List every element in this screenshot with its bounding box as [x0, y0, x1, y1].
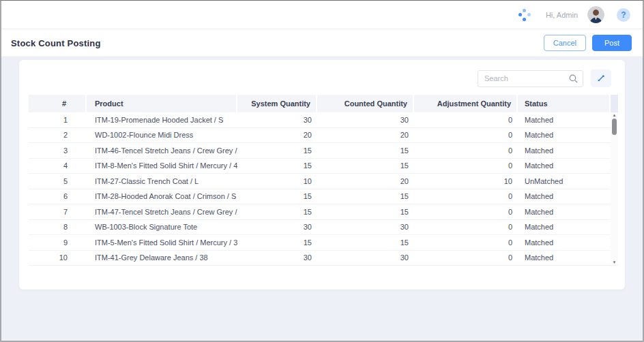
row-index-cell: 2	[29, 128, 87, 143]
status-cell: Matched	[518, 143, 611, 158]
product-cell: ITM-27-Classic Trench Coat / L	[87, 174, 237, 189]
search-icon	[569, 74, 578, 83]
status-cell: Matched	[518, 251, 611, 266]
counted-quantity-cell: 20	[317, 128, 414, 143]
row-index-cell: 3	[29, 143, 87, 158]
table-row[interactable]: 3 ITM-46-Tencel Stretch Jeans / Crew Gre…	[29, 143, 618, 159]
scroll-up-icon[interactable]: ▲	[613, 113, 617, 117]
adjustment-quantity-cell: 0	[414, 220, 518, 235]
system-quantity-cell: 30	[237, 112, 317, 127]
scroll-down-icon[interactable]: ▼	[613, 260, 617, 264]
product-cell: ITM-28-Hooded Anorak Coat / Crimson / S	[87, 189, 237, 204]
scrollbar-header-spacer	[611, 95, 618, 112]
row-index-cell: 6	[29, 189, 87, 204]
status-cell: Matched	[518, 112, 611, 127]
post-button[interactable]: Post	[592, 35, 632, 51]
status-cell: Matched	[518, 189, 611, 204]
header-actions: Cancel Post	[544, 35, 632, 51]
table-row[interactable]: 1 ITM-19-Promenade Hooded Jacket / S 30 …	[29, 112, 618, 128]
vertical-scrollbar[interactable]: ▲ ▼	[611, 112, 618, 265]
product-cell: ITM-5-Men's Fitted Solid Shirt / Mercury…	[87, 235, 237, 250]
table-row[interactable]: 8 WB-1003-Block Signature Tote 30 30 0 M…	[29, 220, 618, 236]
system-quantity-cell: 20	[237, 128, 317, 143]
apps-dots-icon[interactable]	[518, 9, 531, 21]
system-quantity-cell: 15	[237, 159, 317, 174]
row-index-cell: 4	[29, 159, 87, 174]
status-cell: Matched	[518, 128, 611, 143]
system-quantity-cell: 15	[237, 235, 317, 250]
page-title: Stock Count Posting	[11, 38, 101, 48]
system-quantity-cell: 30	[237, 251, 317, 266]
product-cell: ITM-41-Grey Delaware Jeans / 38	[87, 251, 237, 266]
row-index-cell: 7	[29, 204, 87, 219]
product-cell: ITM-47-Tencel Stretch Jeans / Crew Grey …	[87, 204, 237, 219]
status-cell: Matched	[518, 220, 611, 235]
column-header-counted-quantity[interactable]: Counted Quantity	[317, 95, 414, 112]
table-body: 1 ITM-19-Promenade Hooded Jacket / S 30 …	[29, 112, 618, 266]
page-header: Stock Count Posting Cancel Post	[1, 29, 643, 57]
table-row[interactable]: 7 ITM-47-Tencel Stretch Jeans / Crew Gre…	[29, 204, 618, 220]
counted-quantity-cell: 30	[317, 220, 414, 235]
counted-quantity-cell: 30	[317, 251, 414, 266]
row-index-cell: 10	[29, 251, 87, 266]
counted-quantity-cell: 15	[317, 143, 414, 158]
expand-icon	[596, 74, 606, 83]
product-cell: ITM-46-Tencel Stretch Jeans / Crew Grey …	[87, 143, 237, 158]
adjustment-quantity-cell: 0	[414, 204, 518, 219]
counted-quantity-cell: 20	[317, 174, 414, 189]
page-content: # Product System Quantity Counted Quanti…	[1, 57, 643, 341]
row-index-cell: 8	[29, 220, 87, 235]
table-row[interactable]: 2 WD-1002-Flounce Midi Dress 20 20 0 Mat…	[29, 128, 618, 144]
adjustment-quantity-cell: 0	[414, 128, 518, 143]
stock-count-table: # Product System Quantity Counted Quanti…	[29, 95, 618, 266]
status-cell: Matched	[518, 235, 611, 250]
adjustment-quantity-cell: 0	[414, 112, 518, 127]
card-toolbar	[19, 69, 625, 87]
column-header-adjustment-quantity[interactable]: Adjustment Quantity	[414, 95, 518, 112]
product-cell: WD-1002-Flounce Midi Dress	[87, 128, 237, 143]
product-cell: ITM-19-Promenade Hooded Jacket / S	[87, 112, 237, 127]
column-header-index[interactable]: #	[29, 95, 87, 112]
user-avatar[interactable]	[587, 6, 604, 23]
table-row[interactable]: 5 ITM-27-Classic Trench Coat / L 10 20 1…	[29, 174, 618, 189]
table-row[interactable]: 4 ITM-8-Men's Fitted Solid Shirt / Mercu…	[29, 159, 618, 174]
row-index-cell: 9	[29, 235, 87, 250]
scrollbar-thumb[interactable]	[612, 119, 617, 135]
row-index-cell: 1	[29, 112, 87, 127]
column-header-status[interactable]: Status	[518, 95, 611, 112]
counted-quantity-cell: 15	[317, 189, 414, 204]
system-quantity-cell: 15	[237, 189, 317, 204]
counted-quantity-cell: 15	[317, 204, 414, 219]
row-index-cell: 5	[29, 174, 87, 189]
avatar-image	[587, 6, 604, 23]
system-quantity-cell: 30	[237, 220, 317, 235]
table-row[interactable]: 9 ITM-5-Men's Fitted Solid Shirt / Mercu…	[29, 235, 618, 251]
help-icon[interactable]: ?	[617, 8, 630, 22]
search-box	[478, 70, 583, 87]
adjustment-quantity-cell: 0	[414, 189, 518, 204]
status-cell: UnMatched	[518, 174, 611, 189]
table-row[interactable]: 6 ITM-28-Hooded Anorak Coat / Crimson / …	[29, 189, 618, 205]
status-cell: Matched	[518, 204, 611, 219]
adjustment-quantity-cell: 10	[414, 174, 518, 189]
app-window: Hi, Admin ? Stock Count Posting Cancel P…	[0, 0, 644, 342]
column-header-product[interactable]: Product	[87, 95, 237, 112]
counted-quantity-cell: 30	[317, 112, 414, 127]
adjustment-quantity-cell: 0	[414, 251, 518, 266]
column-header-system-quantity[interactable]: System Quantity	[237, 95, 317, 112]
adjustment-quantity-cell: 0	[414, 159, 518, 174]
system-quantity-cell: 10	[237, 174, 317, 189]
stock-count-card: # Product System Quantity Counted Quanti…	[19, 60, 625, 290]
counted-quantity-cell: 15	[317, 159, 414, 174]
system-quantity-cell: 15	[237, 204, 317, 219]
adjustment-quantity-cell: 0	[414, 235, 518, 250]
table-row[interactable]: 10 ITM-41-Grey Delaware Jeans / 38 30 30…	[29, 251, 618, 266]
status-cell: Matched	[518, 159, 611, 174]
product-cell: WB-1003-Block Signature Tote	[87, 220, 237, 235]
expand-button[interactable]	[591, 69, 611, 87]
cancel-button[interactable]: Cancel	[544, 35, 586, 51]
search-input[interactable]	[478, 71, 583, 87]
system-quantity-cell: 15	[237, 143, 317, 158]
topbar: Hi, Admin ?	[1, 1, 643, 29]
user-greeting: Hi, Admin	[546, 11, 578, 19]
